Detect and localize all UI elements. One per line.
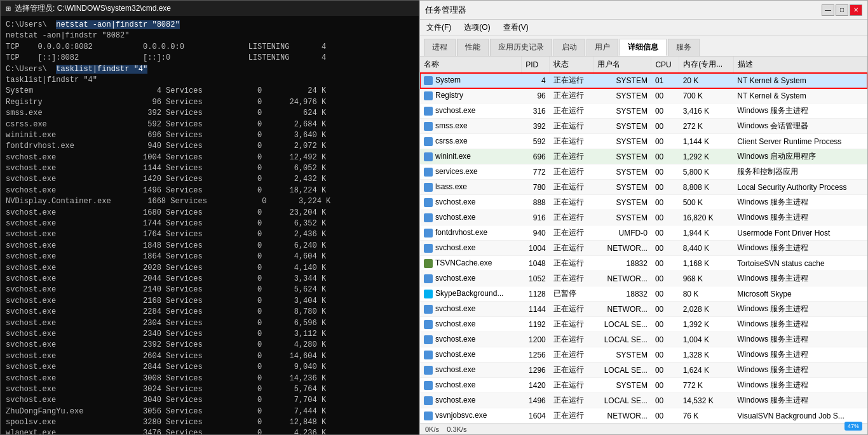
tm-table-container[interactable]: 名称PID状态用户名CPU内存(专用...描述 System4正在运行SYSTE…	[420, 57, 867, 424]
process-table: 名称PID状态用户名CPU内存(专用...描述 System4正在运行SYSTE…	[420, 57, 867, 424]
process-cell: Windows 服务主进程	[733, 347, 867, 363]
process-cell: 1496	[522, 393, 550, 408]
process-cell: Windows 服务主进程	[733, 363, 867, 378]
process-cell: 正在运行	[550, 73, 593, 88]
process-cell: 1,168 K	[679, 256, 734, 271]
process-cell: 正在运行	[550, 256, 593, 271]
cmd-line: wininit.exe 696 Services 0 3,640 K	[6, 130, 414, 141]
process-cell: 00	[651, 317, 679, 332]
table-row[interactable]: svchost.exe1144正在运行NETWOR...002,028 KWin…	[420, 302, 867, 317]
process-cell: Usermode Font Driver Host	[733, 225, 867, 241]
process-cell: 1048	[522, 256, 550, 271]
table-row[interactable]: svchost.exe1256正在运行SYSTEM001,328 KWindow…	[420, 347, 867, 363]
table-row[interactable]: svchost.exe1192正在运行LOCAL SE...001,392 KW…	[420, 317, 867, 332]
table-row[interactable]: svchost.exe1052正在运行NETWOR...00968 KWindo…	[420, 271, 867, 286]
cmd-icon: ⊞	[6, 5, 11, 12]
process-cell: SYSTEM	[593, 378, 651, 393]
tab-应用历史记录[interactable]: 应用历史记录	[490, 39, 552, 56]
cmd-line: svchost.exe 1004 Services 0 12,492 K	[6, 152, 414, 163]
tab-用户[interactable]: 用户	[587, 39, 618, 56]
minimize-button[interactable]: —	[822, 4, 834, 16]
process-icon	[424, 335, 433, 344]
process-cell: 4	[522, 73, 550, 88]
table-row[interactable]: svchost.exe1200正在运行LOCAL SE...001,004 KW…	[420, 332, 867, 347]
cmd-window: ⊞ 选择管理员: C:\WINDOWS\system32\cmd.exe C:\…	[0, 0, 419, 435]
process-cell: 916	[522, 210, 550, 225]
process-cell: TortoiseSVN status cache	[733, 256, 867, 271]
process-cell: 正在运行	[550, 195, 593, 210]
process-cell: Windows 服务主进程	[733, 271, 867, 286]
process-cell: SYSTEM	[593, 149, 651, 164]
table-row[interactable]: svchost.exe888正在运行SYSTEM00500 KWindows 服…	[420, 195, 867, 210]
table-row[interactable]: svchost.exe916正在运行SYSTEM0016,820 KWindow…	[420, 210, 867, 225]
table-row[interactable]: services.exe772正在运行SYSTEM005,800 K服务和控制器…	[420, 164, 867, 180]
tab-启动[interactable]: 启动	[553, 39, 585, 56]
process-cell: Windows 服务主进程	[733, 393, 867, 408]
process-cell: 272 K	[679, 119, 734, 134]
table-row[interactable]: svchost.exe316正在运行SYSTEM003,416 KWindows…	[420, 104, 867, 119]
process-icon	[424, 290, 433, 298]
process-cell: Windows 服务主进程	[733, 378, 867, 393]
process-cell: 00	[651, 88, 679, 104]
process-cell: 00	[651, 241, 679, 256]
table-row[interactable]: smss.exe392正在运行SYSTEM00272 KWindows 会话管理…	[420, 119, 867, 134]
process-cell: 正在运行	[550, 225, 593, 241]
tab-详细信息[interactable]: 详细信息	[620, 39, 667, 56]
table-row[interactable]: svchost.exe1420正在运行SYSTEM00772 KWindows …	[420, 378, 867, 393]
process-cell: 正在运行	[550, 393, 593, 408]
close-button[interactable]: ✕	[850, 4, 862, 16]
cmd-line: fontdrvhost.exe 940 Services 0 2,072 K	[6, 141, 414, 152]
process-icon	[424, 320, 433, 329]
tab-性能[interactable]: 性能	[457, 39, 489, 56]
process-cell: SYSTEM	[593, 195, 651, 210]
cmd-title: 选择管理员: C:\WINDOWS\system32\cmd.exe	[15, 3, 171, 14]
process-cell: SYSTEM	[593, 180, 651, 195]
cmd-line: TCP [::]:8082 [::]:0 LISTENING 4	[6, 53, 414, 64]
process-cell: SYSTEM	[593, 104, 651, 119]
process-cell: 00	[651, 363, 679, 378]
table-row[interactable]: wininit.exe696正在运行SYSTEM001,292 KWindows…	[420, 149, 867, 164]
cmd-line: svchost.exe 1144 Services 0 6,052 K	[6, 163, 414, 174]
process-cell: 1052	[522, 271, 550, 286]
process-name: Registry	[420, 88, 522, 104]
process-cell: LOCAL SE...	[593, 317, 651, 332]
column-header: CPU	[651, 57, 679, 73]
cmd-line: wlanext.exe 3476 Services 0 4,236 K	[6, 428, 414, 434]
process-cell: Windows 服务主进程	[733, 104, 867, 119]
tab-进程[interactable]: 进程	[424, 39, 456, 56]
process-cell: 00	[651, 332, 679, 347]
tab-服务[interactable]: 服务	[668, 39, 700, 56]
process-name: svchost.exe	[420, 210, 522, 225]
process-name: svchost.exe	[420, 393, 522, 408]
table-row[interactable]: csrss.exe592正在运行SYSTEM001,144 KClient Se…	[420, 134, 867, 149]
cmd-content[interactable]: C:\Users\ netstat -aon|findstr "8082"net…	[1, 16, 419, 434]
process-cell: 正在运行	[550, 408, 593, 424]
table-row[interactable]: svchost.exe1296正在运行LOCAL SE...001,624 KW…	[420, 363, 867, 378]
menu-item[interactable]: 文件(F)	[424, 21, 454, 34]
table-row[interactable]: svchost.exe1004正在运行NETWOR...008,440 KWin…	[420, 241, 867, 256]
process-icon	[424, 259, 433, 268]
table-row[interactable]: Registry96正在运行SYSTEM00700 KNT Kernel & S…	[420, 88, 867, 104]
process-cell: 正在运行	[550, 317, 593, 332]
cmd-line: svchost.exe 3024 Services 0 5,764 K	[6, 384, 414, 395]
tm-menubar: 文件(F)选项(O)查看(V)	[420, 20, 867, 36]
process-tbody: System4正在运行SYSTEM0120 KNT Kernel & Syste…	[420, 73, 867, 424]
table-row[interactable]: SkypeBackground...1128已暂停188320080 KMicr…	[420, 286, 867, 302]
process-cell: 00	[651, 195, 679, 210]
table-row[interactable]: lsass.exe780正在运行SYSTEM008,808 KLocal Sec…	[420, 180, 867, 195]
process-cell: Windows 服务主进程	[733, 317, 867, 332]
table-row[interactable]: vsvnjobsvc.exe1604正在运行NETWOR...0076 KVis…	[420, 408, 867, 424]
tm-tabs: 进程性能应用历史记录启动用户详细信息服务	[420, 36, 867, 57]
table-row[interactable]: TSVNCache.exe1048正在运行18832001,168 KTorto…	[420, 256, 867, 271]
process-icon	[424, 91, 433, 100]
process-name: SkypeBackground...	[420, 286, 522, 302]
table-row[interactable]: System4正在运行SYSTEM0120 KNT Kernel & Syste…	[420, 73, 867, 88]
table-row[interactable]: svchost.exe1496正在运行LOCAL SE...0014,532 K…	[420, 393, 867, 408]
maximize-button[interactable]: □	[836, 4, 848, 16]
menu-item[interactable]: 选项(O)	[461, 21, 492, 34]
column-header: 名称	[420, 57, 522, 73]
table-row[interactable]: fontdrvhost.exe940正在运行UMFD-0001,944 KUse…	[420, 225, 867, 241]
menu-item[interactable]: 查看(V)	[501, 21, 531, 34]
cmd-line: C:\Users\ tasklist|findstr "4"	[6, 64, 414, 75]
process-name: services.exe	[420, 164, 522, 180]
